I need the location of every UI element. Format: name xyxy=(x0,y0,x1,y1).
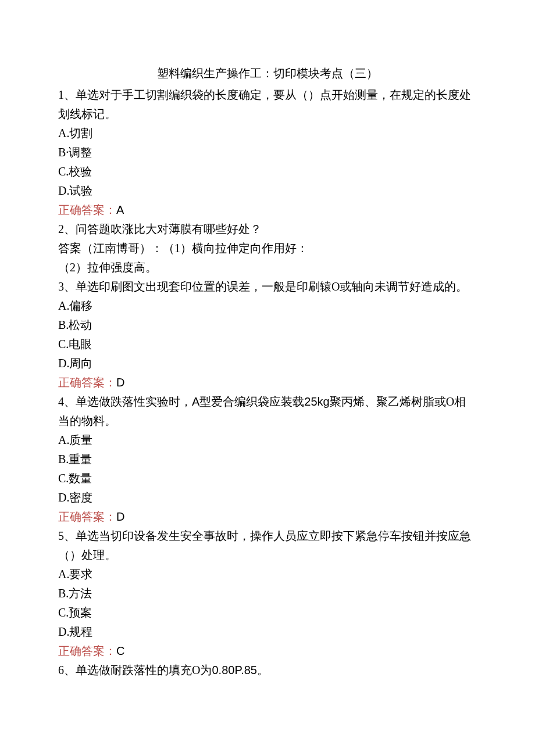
q4-stem-p2: A xyxy=(192,395,199,408)
q5-answer-value: C xyxy=(116,644,124,657)
q4-answer-label: 正确答案： xyxy=(58,510,116,523)
q2-stem: 2、问答题吹涨比大对薄膜有哪些好处？ xyxy=(58,220,477,239)
q5-option-a: A.要求 xyxy=(58,565,477,584)
q1-answer: 正确答案：A xyxy=(58,200,477,220)
q4-option-a: A.质量 xyxy=(58,431,477,450)
q2-answer-1: 答案（江南博哥）：（1）横向拉伸定向作用好： xyxy=(58,239,477,258)
q1-option-b: B·调整 xyxy=(58,143,477,162)
q1-answer-label: 正确答案： xyxy=(58,203,116,216)
q3-option-c: C.电眼 xyxy=(58,335,477,354)
q6-stem-p3: 。 xyxy=(257,664,269,676)
q1-answer-value: A xyxy=(116,203,124,216)
q1-stem: 1、单选对于手工切割编织袋的长度确定，要从（）点开始测量，在规定的长度处划线标记… xyxy=(58,85,477,124)
q1-option-c: C.校验 xyxy=(58,162,477,181)
q1-option-a: A.切割 xyxy=(58,124,477,143)
q3-option-a: A.偏移 xyxy=(58,296,477,316)
q4-answer: 正确答案：D xyxy=(58,507,477,526)
q4-option-d: D.密度 xyxy=(58,488,477,507)
q3-option-b: B.松动 xyxy=(58,316,477,335)
q4-stem: 4、单选做跌落性实验时，A型爱合编织袋应装载25kg聚丙烯、聚乙烯树脂或O相当的… xyxy=(58,392,477,431)
q6-stem: 6、单选做耐跌落性的填充O为0.80P.85。 xyxy=(58,661,477,680)
q4-answer-value: D xyxy=(116,510,124,523)
document-title: 塑料编织生产操作工：切印模块考点（三） xyxy=(58,64,477,83)
q5-option-d: D.规程 xyxy=(58,622,477,642)
document-page: 塑料编织生产操作工：切印模块考点（三） 1、单选对于手工切割编织袋的长度确定，要… xyxy=(0,0,535,756)
q5-answer-label: 正确答案： xyxy=(58,644,116,657)
q4-option-b: B.重量 xyxy=(58,450,477,469)
q4-stem-p4: 25kg xyxy=(304,395,329,408)
q6-stem-p1: 6、单选做耐跌落性的填充O为 xyxy=(58,664,212,676)
q4-stem-p3: 型爱合编织袋应装载 xyxy=(199,395,304,408)
q6-stem-p2: 0.80P.85 xyxy=(212,664,257,676)
q4-stem-p1: 4、单选做跌落性实验时， xyxy=(58,395,192,408)
q4-option-c: C.数量 xyxy=(58,469,477,488)
q5-option-b: B.方法 xyxy=(58,584,477,603)
q3-stem: 3、单选印刷图文出现套印位置的误差，一般是印刷辕O或轴向未调节好造成的。 xyxy=(58,277,477,296)
q1-option-d: D.试验 xyxy=(58,181,477,200)
q5-answer: 正确答案：C xyxy=(58,642,477,661)
q3-answer: 正确答案：D xyxy=(58,373,477,392)
q3-option-d: D.周向 xyxy=(58,354,477,373)
q2-answer-2: （2）拉伸强度高。 xyxy=(58,258,477,277)
q3-answer-value: D xyxy=(116,376,124,389)
q5-stem: 5、单选当切印设备发生安全事故时，操作人员应立即按下紧急停车按钮并按应急（）处理… xyxy=(58,526,477,565)
q5-option-c: C.预案 xyxy=(58,603,477,622)
q3-answer-label: 正确答案： xyxy=(58,376,116,389)
